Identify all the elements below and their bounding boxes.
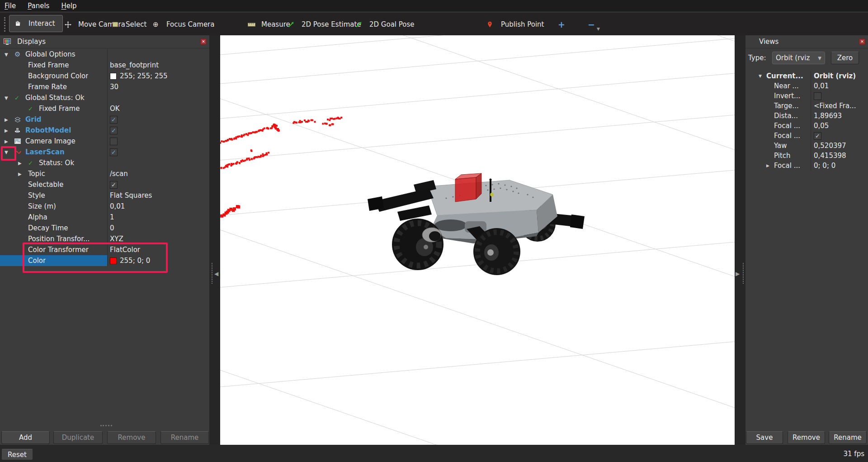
view-row-yaw[interactable]: Yaw0,520397 [745, 141, 868, 151]
display-row-color-transformer[interactable]: Color TransformerFlatColor [0, 244, 209, 255]
display-row-background-color[interactable]: Background Color255; 255; 255 [0, 71, 209, 81]
view-row-focal[interactable]: ▶Focal ...0; 0; 0 [745, 161, 868, 171]
splitter-right[interactable]: ▶ [735, 35, 745, 445]
property-value: FlatColor [110, 246, 140, 254]
display-row-status-ok[interactable]: ▶✓Status: Ok [0, 157, 209, 168]
checkbox[interactable]: ✓ [110, 127, 118, 134]
expander-closed-icon[interactable]: ▶ [5, 117, 14, 122]
property-label: RobotModel [25, 126, 71, 134]
reset-button[interactable]: Reset [1, 449, 33, 460]
view-type-dropdown[interactable]: Orbit (rviz ▼ [772, 52, 825, 64]
display-row-selectable[interactable]: Selectable✓ [0, 179, 209, 190]
menu-panels[interactable]: Panels [28, 2, 49, 10]
display-row-global-status-ok[interactable]: ▼✓Global Status: Ok [0, 92, 209, 103]
add-tool-button[interactable]: + [558, 19, 565, 30]
display-row-fixed-frame[interactable]: Fixed Framebase_footprint [0, 60, 209, 71]
display-row-alpha[interactable]: Alpha1 [0, 212, 209, 223]
expander-open-icon[interactable]: ▼ [5, 150, 14, 155]
view-row-dista[interactable]: Dista...1,89693 [745, 111, 868, 121]
display-row-frame-rate[interactable]: Frame Rate30 [0, 81, 209, 92]
select-icon [112, 21, 123, 28]
view-row-focal[interactable]: Focal ...0,05 [745, 121, 868, 131]
expander-open-icon[interactable]: ▼ [5, 95, 14, 100]
expander-closed-icon[interactable]: ▶ [5, 139, 14, 144]
collapse-right-icon[interactable]: ▶ [736, 271, 740, 277]
rename-button[interactable]: Rename [829, 431, 867, 444]
views-close-button[interactable]: ✕ [859, 38, 865, 45]
menu-file[interactable]: File [5, 2, 16, 10]
view-row-focal[interactable]: Focal ...✓ [745, 131, 868, 141]
splitter-left[interactable]: ◀ [209, 35, 220, 445]
view-row-invert[interactable]: Invert... [745, 91, 868, 101]
checkbox[interactable]: ✓ [110, 148, 118, 156]
checkbox[interactable]: ✓ [110, 116, 118, 124]
menu-help[interactable]: Help [61, 2, 76, 10]
remove-tool-caret-icon[interactable]: ▼ [597, 27, 600, 31]
tool-label: Select [126, 20, 146, 29]
property-label: Decay Time [28, 224, 68, 232]
remove-button[interactable]: Remove [788, 431, 825, 444]
remove-button[interactable]: Remove [107, 431, 156, 444]
displays-monitor-icon [4, 38, 14, 45]
checkbox[interactable] [110, 138, 118, 145]
display-row-topic[interactable]: ▶Topic/scan [0, 168, 209, 179]
displays-close-button[interactable]: ✕ [200, 38, 207, 45]
expander-closed-icon[interactable]: ▶ [18, 161, 28, 166]
display-row-fixed-frame[interactable]: ✓Fixed FrameOK [0, 103, 209, 114]
views-panel: Views ✕ Type: Orbit (rviz ▼ Zero ▼Curren… [745, 35, 868, 445]
display-row-camera-image[interactable]: ▶Camera Image [0, 136, 209, 147]
tool-2d-pose-estimate[interactable]: 2D Pose Estimate [288, 19, 361, 30]
expander-open-icon[interactable]: ▼ [759, 74, 766, 78]
tool-focus-camera[interactable]: ⊕Focus Camera [153, 19, 214, 30]
splitter-dots[interactable] [743, 263, 744, 284]
tool-publish-point[interactable]: Publish Point [487, 19, 544, 30]
views-panel-title: Views [759, 38, 778, 46]
checkbox[interactable]: ✓ [814, 132, 821, 140]
property-label: Frame Rate [28, 83, 67, 91]
expander-closed-icon[interactable]: ▶ [18, 171, 28, 176]
measure-icon [248, 23, 259, 27]
checkbox[interactable]: ✓ [110, 181, 118, 189]
robot-model [368, 173, 585, 275]
display-row-grid[interactable]: ▶Grid✓ [0, 114, 209, 125]
color-swatch[interactable] [110, 73, 117, 80]
tool-measure[interactable]: Measure [248, 19, 290, 30]
view-row-current[interactable]: ▼Current...Orbit (rviz) [745, 71, 868, 81]
view-row-targe[interactable]: Targe...<Fixed Fra... [745, 101, 868, 111]
property-value: 0 [110, 224, 114, 232]
toolbar-drag-handle[interactable] [4, 17, 5, 32]
splitter-handle[interactable] [100, 425, 112, 426]
display-row-style[interactable]: StyleFlat Squares [0, 190, 209, 201]
view-row-pitch[interactable]: Pitch0,415398 [745, 151, 868, 161]
checkbox[interactable] [814, 92, 821, 100]
splitter-dots[interactable] [212, 263, 212, 284]
display-row-global-options[interactable]: ▼⚙Global Options [0, 49, 209, 60]
display-row-decay-time[interactable]: Decay Time0 [0, 223, 209, 233]
remove-tool-button[interactable]: − [588, 19, 595, 30]
expander-closed-icon[interactable]: ▶ [766, 163, 774, 168]
display-row-color[interactable]: Color255; 0; 0 [0, 255, 209, 266]
tool-interact[interactable]: Interact [9, 15, 63, 32]
collapse-left-icon[interactable]: ◀ [214, 271, 218, 277]
view-row-near[interactable]: Near ...0,01 [745, 81, 868, 91]
color-swatch[interactable] [110, 257, 117, 264]
display-row-robotmodel[interactable]: ▶RobotModel✓ [0, 125, 209, 136]
property-label: Near ... [774, 82, 799, 90]
zero-button[interactable]: Zero [831, 52, 859, 64]
rename-button[interactable]: Rename [160, 431, 209, 444]
property-value: 255; 0; 0 [120, 257, 150, 265]
expander-open-icon[interactable]: ▼ [5, 52, 14, 57]
check-icon: ✓ [14, 95, 25, 101]
display-row-size-m[interactable]: Size (m)0,01 [0, 201, 209, 212]
3d-viewport[interactable] [220, 35, 735, 445]
add-button[interactable]: Add [1, 431, 50, 444]
tool-select[interactable]: Select [112, 19, 146, 30]
expander-closed-icon[interactable]: ▶ [5, 128, 14, 133]
duplicate-button[interactable]: Duplicate [53, 431, 103, 444]
display-row-position-transfor[interactable]: Position Transfor...XYZ [0, 233, 209, 244]
tool-2d-goal-pose[interactable]: 2D Goal Pose [356, 19, 415, 30]
display-row-laserscan[interactable]: ▼LaserScan✓ [0, 147, 209, 157]
save-button[interactable]: Save [746, 431, 783, 444]
robot-icon [14, 128, 25, 133]
property-label: Dista... [774, 112, 798, 120]
